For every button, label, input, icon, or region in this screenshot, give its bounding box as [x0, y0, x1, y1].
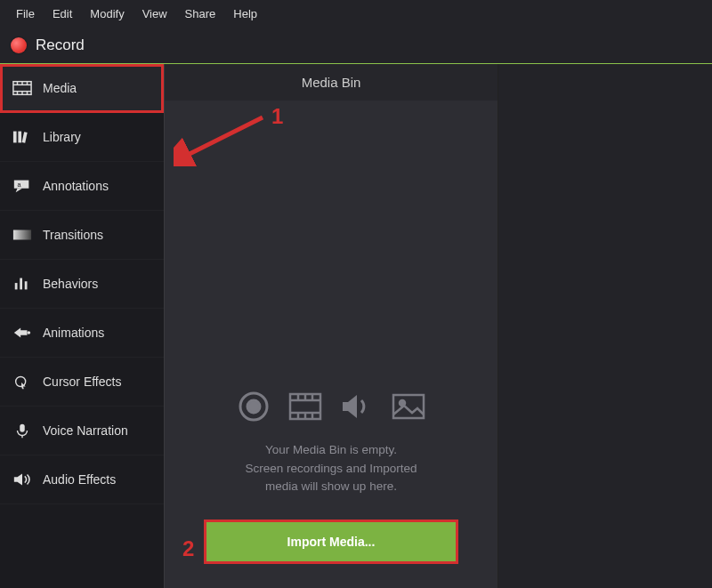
image-icon: [391, 391, 426, 422]
speaker-icon: [12, 471, 32, 487]
svg-rect-12: [18, 132, 21, 143]
menu-edit[interactable]: Edit: [44, 4, 81, 24]
sidebar-item-label: Library: [43, 130, 81, 144]
sidebar-item-media[interactable]: Media: [0, 64, 164, 113]
svg-rect-19: [20, 278, 22, 290]
empty-line-2: Screen recordings and Imported: [246, 460, 417, 478]
film-icon: [12, 80, 32, 96]
svg-rect-25: [20, 424, 25, 432]
sidebar-item-audio-effects[interactable]: Audio Effects: [0, 455, 164, 504]
svg-point-22: [28, 331, 31, 334]
record-bar: Record: [0, 28, 712, 64]
cursor-icon: [12, 374, 32, 390]
svg-marker-21: [14, 328, 28, 338]
preview-pane: [498, 64, 712, 588]
sidebar-item-animations[interactable]: Animations: [0, 309, 164, 358]
sidebar-item-label: Annotations: [43, 179, 109, 193]
app-window: File Edit Modify View Share Help Record …: [0, 0, 712, 588]
menu-view[interactable]: View: [134, 4, 176, 24]
svg-rect-13: [22, 132, 28, 142]
menu-help[interactable]: Help: [224, 4, 266, 24]
svg-marker-39: [343, 395, 357, 418]
record-circle-icon: [236, 391, 271, 422]
arrow-swap-icon: [12, 325, 32, 341]
record-icon[interactable]: [11, 37, 27, 53]
menubar: File Edit Modify View Share Help: [0, 0, 712, 28]
empty-state-icons: [236, 391, 426, 422]
record-label[interactable]: Record: [36, 36, 85, 54]
media-bin-title: Media Bin: [165, 64, 498, 101]
empty-line-1: Your Media Bin is empty.: [246, 441, 417, 459]
sidebar-item-library[interactable]: Library: [0, 113, 164, 162]
sidebar-item-cursor-effects[interactable]: Cursor Effects: [0, 358, 164, 407]
sidebar-item-label: Voice Narration: [43, 423, 128, 438]
svg-rect-14: [14, 181, 29, 189]
sidebar-item-label: Cursor Effects: [43, 375, 121, 389]
sidebar-item-annotations[interactable]: a Annotations: [0, 162, 164, 211]
svg-marker-15: [16, 189, 22, 193]
empty-state-text: Your Media Bin is empty. Screen recordin…: [246, 441, 417, 495]
sidebar-item-label: Animations: [43, 326, 104, 340]
svg-point-29: [247, 400, 260, 413]
menu-modify[interactable]: Modify: [81, 4, 133, 24]
sidebar-item-transitions[interactable]: Transitions: [0, 211, 164, 260]
sidebar-item-voice-narration[interactable]: Voice Narration: [0, 407, 164, 455]
import-media-button[interactable]: Import Media...: [206, 522, 456, 561]
svg-rect-20: [25, 281, 28, 289]
content-area: Media Bin: [165, 64, 712, 588]
svg-rect-18: [15, 283, 18, 289]
sidebar: Media Library a: [0, 64, 165, 588]
svg-rect-40: [393, 395, 424, 418]
sidebar-item-behaviors[interactable]: Behaviors: [0, 260, 164, 309]
annotation-label-2: 2: [182, 536, 194, 561]
gradient-icon: [12, 227, 32, 243]
sidebar-item-label: Media: [43, 81, 77, 95]
sidebar-item-label: Transitions: [43, 228, 103, 242]
callout-icon: a: [12, 178, 32, 194]
speaker-icon: [339, 391, 375, 422]
books-icon: [12, 129, 32, 145]
svg-rect-11: [13, 132, 17, 143]
media-bin-panel: Media Bin: [165, 64, 498, 588]
media-bin-body: Your Media Bin is empty. Screen recordin…: [165, 101, 498, 588]
menu-share[interactable]: Share: [176, 4, 225, 24]
menu-file[interactable]: File: [7, 4, 44, 24]
sidebar-item-label: Behaviors: [43, 277, 98, 291]
sliders-icon: [12, 276, 32, 292]
annotation-label-1: 1: [271, 104, 283, 129]
film-icon: [287, 391, 323, 422]
empty-line-3: media will show up here.: [246, 478, 417, 495]
svg-marker-27: [14, 474, 22, 486]
sidebar-item-label: Audio Effects: [43, 472, 116, 487]
svg-rect-17: [13, 230, 31, 240]
mic-icon: [12, 423, 32, 439]
